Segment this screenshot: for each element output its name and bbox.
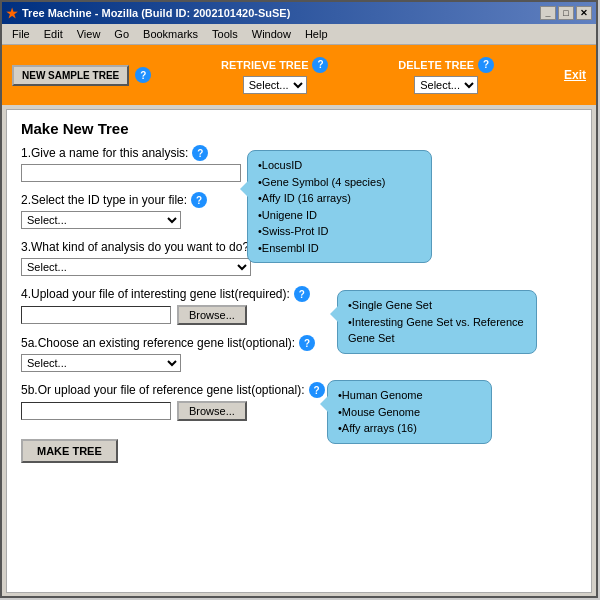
delete-tree-label: DELETE TREE [398, 59, 474, 71]
tooltip1-item0: •LocusID [258, 157, 421, 174]
step2-help-icon[interactable]: ? [191, 192, 207, 208]
tooltip2-item1: •Interesting Gene Set vs. Reference Gene… [348, 314, 526, 347]
tooltip1-item2: •Affy ID (16 arrays) [258, 190, 421, 207]
step4-help-icon[interactable]: ? [294, 286, 310, 302]
tooltip3-item0: •Human Genome [338, 387, 481, 404]
menu-window[interactable]: Window [246, 26, 297, 42]
tooltip1-item5: •Ensembl ID [258, 240, 421, 257]
step4-browse-button[interactable]: Browse... [177, 305, 247, 325]
delete-help-icon[interactable]: ? [478, 57, 494, 73]
id-type-tooltip: •LocusID •Gene Symbol (4 species) •Affy … [247, 150, 432, 263]
step5b-file-input[interactable] [21, 402, 171, 420]
window-frame: ★ Tree Machine - Mozilla (Build ID: 2002… [0, 0, 598, 598]
step5b-section: 5b.Or upload your file of reference gene… [21, 382, 577, 421]
retrieve-tree-select[interactable]: Select... [243, 76, 307, 94]
menu-tools[interactable]: Tools [206, 26, 244, 42]
step5a-help-icon[interactable]: ? [299, 335, 315, 351]
main-content: Make New Tree 1.Give a name for this ana… [6, 109, 592, 593]
page-title: Make New Tree [21, 120, 577, 137]
toolbar: NEW SAMPLE TREE ? RETRIEVE TREE ? Select… [2, 45, 596, 105]
retrieve-tree-label: RETRIEVE TREE [221, 59, 308, 71]
step4-file-input[interactable] [21, 306, 171, 324]
menu-view[interactable]: View [71, 26, 107, 42]
analysis-type-tooltip: •Single Gene Set •Interesting Gene Set v… [337, 290, 537, 354]
window-title: Tree Machine - Mozilla (Build ID: 200210… [22, 7, 540, 19]
close-button[interactable]: ✕ [576, 6, 592, 20]
new-sample-section: NEW SAMPLE TREE ? [12, 65, 151, 86]
retrieve-tree-section: RETRIEVE TREE ? Select... [221, 57, 328, 94]
exit-link[interactable]: Exit [564, 68, 586, 82]
genome-type-tooltip: •Human Genome •Mouse Genome •Affy arrays… [327, 380, 492, 444]
tooltip2-item0: •Single Gene Set [348, 297, 526, 314]
id-type-select[interactable]: Select... [21, 211, 181, 229]
menu-bar: File Edit View Go Bookmarks Tools Window… [2, 24, 596, 45]
tooltip3-item2: •Affy arrays (16) [338, 420, 481, 437]
make-tree-button[interactable]: MAKE TREE [21, 439, 118, 463]
menu-edit[interactable]: Edit [38, 26, 69, 42]
menu-file[interactable]: File [6, 26, 36, 42]
reference-gene-list-select[interactable]: Select... [21, 354, 181, 372]
delete-tree-section: DELETE TREE ? Select... [398, 57, 494, 94]
tooltip1-item4: •Swiss-Prot ID [258, 223, 421, 240]
step5b-label: 5b.Or upload your file of reference gene… [21, 382, 577, 398]
analysis-type-select[interactable]: Select... [21, 258, 251, 276]
window-controls: _ □ ✕ [540, 6, 592, 20]
tooltip1-item1: •Gene Symbol (4 species) [258, 174, 421, 191]
step5b-browse-button[interactable]: Browse... [177, 401, 247, 421]
minimize-button[interactable]: _ [540, 6, 556, 20]
menu-bookmarks[interactable]: Bookmarks [137, 26, 204, 42]
new-sample-help-icon[interactable]: ? [135, 67, 151, 83]
analysis-name-input[interactable] [21, 164, 241, 182]
step1-help-icon[interactable]: ? [192, 145, 208, 161]
new-sample-tree-button[interactable]: NEW SAMPLE TREE [12, 65, 129, 86]
app-icon: ★ [6, 6, 18, 21]
title-bar: ★ Tree Machine - Mozilla (Build ID: 2002… [2, 2, 596, 24]
tooltip1-item3: •Unigene ID [258, 207, 421, 224]
retrieve-help-icon[interactable]: ? [312, 57, 328, 73]
delete-select-row: Select... [414, 76, 478, 94]
retrieve-select-row: Select... [243, 76, 307, 94]
maximize-button[interactable]: □ [558, 6, 574, 20]
delete-tree-select[interactable]: Select... [414, 76, 478, 94]
menu-go[interactable]: Go [108, 26, 135, 42]
step5a-select-row: Select... [21, 354, 577, 372]
menu-help[interactable]: Help [299, 26, 334, 42]
step5b-browse-row: Browse... [21, 401, 577, 421]
tooltip3-item1: •Mouse Genome [338, 404, 481, 421]
